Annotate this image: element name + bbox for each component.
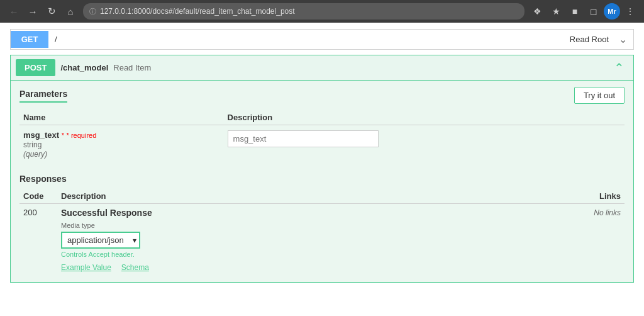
post-label: Read Item: [108, 63, 151, 72]
param-description-cell: [224, 125, 625, 164]
response-links: No links: [574, 204, 625, 276]
responses-section: Responses Code Description Links 200: [19, 174, 625, 276]
responses-title: Responses: [19, 174, 625, 184]
puzzle-button[interactable]: ■: [566, 3, 584, 20]
extensions-button[interactable]: ❖: [528, 3, 546, 20]
profile-badge[interactable]: Mr: [604, 3, 620, 20]
responses-table: Code Description Links 200 Successful Re…: [19, 189, 625, 276]
window-button[interactable]: ◻: [585, 3, 602, 20]
responses-col-code: Code: [19, 189, 57, 204]
parameters-header: Parameters Try it out: [19, 87, 625, 104]
param-type: string: [23, 140, 42, 149]
params-col-description: Description: [224, 110, 625, 125]
get-method-badge: GET: [11, 31, 48, 48]
controls-accept-text: Controls Accept header.: [61, 251, 570, 258]
home-button[interactable]: ⌂: [62, 3, 79, 20]
parameters-table: Name Description msg_text * * required s…: [19, 110, 625, 164]
media-type-select-wrapper: application/json: [61, 232, 140, 249]
no-links-text: No links: [594, 208, 621, 217]
try-it-button[interactable]: Try it out: [574, 87, 625, 104]
address-bar[interactable]: ⓘ 127.0.0.1:8000/docs#/default/read_item…: [83, 3, 525, 20]
msg-text-input[interactable]: [228, 130, 379, 147]
param-location: (query): [23, 150, 47, 159]
post-method-badge: POST: [16, 59, 55, 76]
response-description: Successful Response Media type applicati…: [57, 204, 574, 276]
schema-link[interactable]: Schema: [121, 263, 149, 272]
responses-col-links: Links: [574, 189, 625, 204]
media-type-select[interactable]: application/json: [61, 232, 140, 249]
forward-button[interactable]: →: [24, 3, 42, 20]
browser-chrome: ← → ↻ ⌂ ⓘ 127.0.0.1:8000/docs#/default/r…: [0, 0, 644, 23]
get-endpoint-row: GET / Read Root ⌄: [10, 29, 634, 50]
menu-button[interactable]: ⋮: [621, 3, 639, 20]
response-code: 200: [19, 204, 57, 276]
params-col-name: Name: [19, 110, 224, 125]
get-endpoint-path: /: [48, 31, 566, 48]
nav-buttons: ← → ↻ ⌂: [5, 3, 79, 20]
param-name-cell: msg_text * * required string (query): [19, 125, 224, 164]
param-name: msg_text: [23, 130, 59, 140]
post-collapse-button[interactable]: ⌃: [610, 60, 628, 76]
post-path: /chat_model: [55, 63, 108, 72]
responses-col-description: Description: [57, 189, 574, 204]
table-row: msg_text * * required string (query): [19, 125, 625, 164]
example-value-link[interactable]: Example Value: [61, 263, 111, 272]
page-content: GET / Read Root ⌄ POST /chat_model Read …: [0, 23, 644, 316]
back-button[interactable]: ←: [5, 3, 23, 20]
get-endpoint-label: Read Root: [566, 31, 613, 48]
bookmark-button[interactable]: ★: [547, 3, 565, 20]
parameters-title: Parameters: [19, 89, 67, 103]
media-type-label: Media type: [61, 222, 570, 229]
param-required-star: *: [62, 132, 64, 139]
example-value-row: Example Value Schema: [61, 263, 570, 272]
response-desc-title: Successful Response: [61, 208, 570, 218]
refresh-button[interactable]: ↻: [43, 3, 60, 20]
post-header: POST /chat_model Read Item ⌃: [11, 55, 633, 81]
lock-icon: ⓘ: [89, 7, 96, 16]
url-text: 127.0.0.1:8000/docs#/default/read_item_c…: [100, 7, 518, 16]
table-row: 200 Successful Response Media type appli…: [19, 204, 625, 276]
get-collapse-button[interactable]: ⌄: [613, 30, 633, 49]
post-section: POST /chat_model Read Item ⌃ Parameters …: [10, 55, 634, 283]
post-body: Parameters Try it out Name Description m…: [11, 81, 633, 282]
browser-actions: ❖ ★ ■ ◻ Mr ⋮: [528, 3, 639, 20]
param-required-label: * required: [67, 132, 97, 139]
